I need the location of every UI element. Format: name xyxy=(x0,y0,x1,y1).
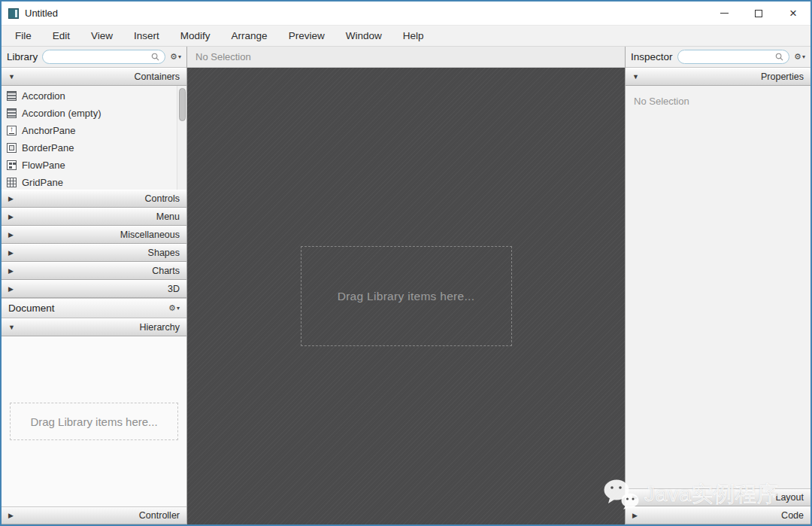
document-title: Document xyxy=(8,303,55,314)
menu-item-help[interactable]: Help xyxy=(392,26,435,46)
close-button[interactable]: × xyxy=(776,2,810,25)
library-scrollbar[interactable] xyxy=(177,86,186,190)
inspector-content: No Selection xyxy=(626,86,810,488)
library-section-shapes[interactable]: ▶Shapes xyxy=(2,244,186,262)
chevron-collapsed-icon: ▶ xyxy=(632,512,641,519)
window-title: Untitled xyxy=(25,8,58,19)
search-icon xyxy=(151,53,159,61)
menu-item-file[interactable]: File xyxy=(5,26,42,46)
document-header: Document ⚙▾ xyxy=(2,298,186,318)
library-section-menu[interactable]: ▶Menu xyxy=(2,208,186,226)
library-section-charts[interactable]: ▶Charts xyxy=(2,262,186,280)
library-gear-menu[interactable]: ⚙▾ xyxy=(170,52,181,62)
minimize-icon xyxy=(720,13,729,14)
library-item-accordion[interactable]: Accordion xyxy=(2,87,186,105)
selection-status-bar: No Selection xyxy=(187,47,625,68)
chevron-collapsed-icon: ▶ xyxy=(8,285,17,293)
window-controls: × xyxy=(707,2,810,25)
library-section-3d[interactable]: ▶3D xyxy=(2,280,186,298)
minimize-button[interactable] xyxy=(707,2,741,25)
main-area: Library ⚙▾ ▼ Containers AccordionAccordi… xyxy=(2,47,810,524)
menu-item-preview[interactable]: Preview xyxy=(278,26,335,46)
library-search[interactable] xyxy=(42,50,165,64)
app-icon xyxy=(8,8,19,19)
chevron-collapsed-icon: ▶ xyxy=(8,249,17,257)
inspector-search[interactable] xyxy=(677,50,790,64)
library-section-miscellaneous[interactable]: ▶Miscellaneous xyxy=(2,226,186,244)
flowpane-icon xyxy=(7,160,17,170)
menu-item-window[interactable]: Window xyxy=(335,26,392,46)
chevron-collapsed-icon: ▶ xyxy=(8,195,17,202)
library-search-input[interactable] xyxy=(48,52,151,62)
library-item-flowpane[interactable]: FlowPane xyxy=(2,157,186,174)
library-item-label: BorderPane xyxy=(22,142,74,154)
library-collapsed-sections: ▶Controls▶Menu▶Miscellaneous▶Shapes▶Char… xyxy=(2,190,186,298)
maximize-icon xyxy=(755,10,762,17)
anchorpane-icon xyxy=(7,126,17,135)
gridpane-icon xyxy=(7,178,17,187)
inspector-section-layout[interactable]: ▶ Layout xyxy=(626,488,810,506)
inspector-search-input[interactable] xyxy=(683,52,776,62)
selection-status-text: No Selection xyxy=(195,51,251,62)
document-gear-menu[interactable]: ⚙▾ xyxy=(168,303,180,313)
search-icon xyxy=(775,53,783,61)
library-item-label: Accordion (empty) xyxy=(22,108,101,119)
hierarchy-drop-target[interactable]: Drag Library items here... xyxy=(10,403,178,440)
library-section-containers[interactable]: ▼ Containers xyxy=(2,68,186,86)
library-item-anchorpane[interactable]: AnchorPane xyxy=(2,122,186,139)
hierarchy-content: Drag Library items here... xyxy=(2,336,186,506)
canvas-drop-target[interactable]: Drag Library items here... xyxy=(301,246,512,346)
library-item-accordion-empty[interactable]: Accordion (empty) xyxy=(2,105,186,122)
inspector-title: Inspector xyxy=(631,51,673,62)
inspector-header: Inspector ⚙▾ xyxy=(626,47,810,68)
inspector-section-code[interactable]: ▶ Code xyxy=(626,506,810,524)
chevron-collapsed-icon: ▶ xyxy=(8,231,17,239)
borderpane-icon xyxy=(7,143,17,153)
menu-item-arrange[interactable]: Arrange xyxy=(221,26,278,46)
chevron-down-icon: ▾ xyxy=(177,305,180,312)
library-item-borderpane[interactable]: BorderPane xyxy=(2,139,186,157)
chevron-expanded-icon: ▼ xyxy=(632,73,641,81)
menu-bar: FileEditViewInsertModifyArrangePreviewWi… xyxy=(2,25,810,47)
content-area: No Selection Drag Library items here... xyxy=(187,47,625,524)
document-section-hierarchy[interactable]: ▼ Hierarchy xyxy=(2,318,186,336)
chevron-collapsed-icon: ▶ xyxy=(8,267,17,275)
chevron-collapsed-icon: ▶ xyxy=(632,494,641,501)
menu-item-edit[interactable]: Edit xyxy=(42,26,80,46)
library-item-gridpane[interactable]: GridPane xyxy=(2,174,186,190)
accordion-icon xyxy=(7,91,17,101)
title-bar: Untitled × xyxy=(2,2,810,25)
library-title: Library xyxy=(7,51,38,62)
chevron-collapsed-icon: ▶ xyxy=(8,512,17,519)
menu-item-modify[interactable]: Modify xyxy=(170,26,221,46)
inspector-panel: Inspector ⚙▾ ▼ Properties No Selection xyxy=(625,47,810,524)
chevron-down-icon: ▾ xyxy=(178,53,181,60)
chevron-expanded-icon: ▼ xyxy=(8,73,17,81)
document-section-controller[interactable]: ▶ Controller xyxy=(2,506,186,524)
menu-item-insert[interactable]: Insert xyxy=(123,26,170,46)
inspector-section-properties[interactable]: ▼ Properties xyxy=(626,68,810,86)
library-panel: Library ⚙▾ ▼ Containers AccordionAccordi… xyxy=(2,47,187,524)
inspector-no-selection: No Selection xyxy=(634,96,689,107)
menu-item-view[interactable]: View xyxy=(80,26,123,46)
library-section-controls[interactable]: ▶Controls xyxy=(2,190,186,208)
close-icon: × xyxy=(789,7,797,20)
library-item-label: FlowPane xyxy=(22,160,65,171)
chevron-expanded-icon: ▼ xyxy=(8,324,17,331)
maximize-button[interactable] xyxy=(741,2,776,25)
chevron-collapsed-icon: ▶ xyxy=(8,213,17,220)
library-item-label: GridPane xyxy=(22,177,63,188)
design-canvas[interactable]: Drag Library items here... xyxy=(187,68,625,524)
chevron-down-icon: ▾ xyxy=(802,53,805,60)
library-item-label: Accordion xyxy=(22,90,65,102)
library-item-label: AnchorPane xyxy=(22,125,76,136)
accordion-icon xyxy=(7,108,17,118)
scene-builder-window: Untitled × FileEditViewInsertModifyArran… xyxy=(0,0,812,526)
library-item-list: AccordionAccordion (empty)AnchorPaneBord… xyxy=(2,86,186,190)
library-header: Library ⚙▾ xyxy=(2,47,186,68)
library-scrollbar-thumb[interactable] xyxy=(179,88,186,121)
inspector-gear-menu[interactable]: ⚙▾ xyxy=(794,52,805,62)
